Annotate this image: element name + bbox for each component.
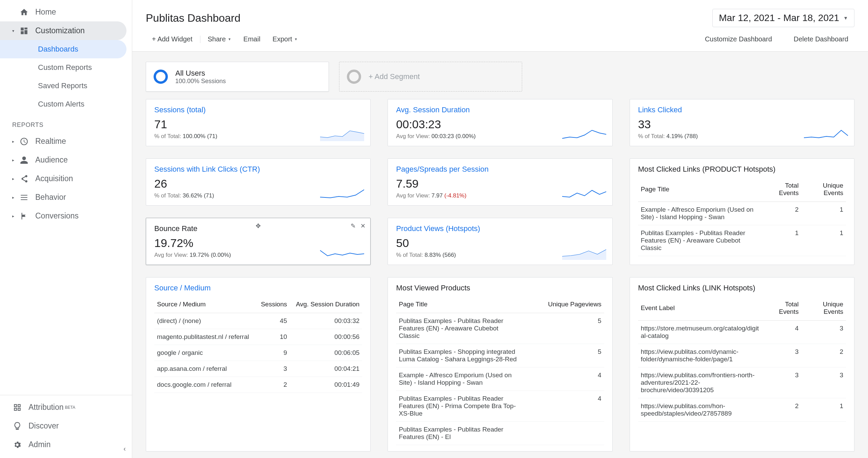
widget-title: Sessions (total) xyxy=(154,106,362,114)
widget-most-clicked-product-hotspots[interactable]: Most Clicked Links (PRODUCT Hotspots) Pa… xyxy=(630,158,854,265)
table-header: Page Title xyxy=(638,177,763,202)
lightbulb-icon xyxy=(12,422,22,431)
edit-widget-button[interactable]: ✎ xyxy=(351,222,356,230)
widget-title: Most Clicked Links (LINK Hotspots) xyxy=(638,284,846,292)
cell: https://view.publitas.com/hon-speedb/sta… xyxy=(638,398,763,422)
sidebar-item-home[interactable]: Home xyxy=(0,3,126,21)
segment-all-users[interactable]: All Users 100.00% Sessions xyxy=(146,62,329,92)
table-header: Unique Pageviews xyxy=(521,296,604,313)
sidebar-item-attribution[interactable]: Attribution BETA xyxy=(0,398,126,417)
chevron-left-icon: ‹ xyxy=(123,445,126,452)
gear-icon xyxy=(12,440,22,449)
sidebar-item-customization[interactable]: ▾ Customization xyxy=(0,21,126,40)
table-row[interactable]: https://view.publitas.com/hon-speedb/sta… xyxy=(638,398,846,422)
cell: 1 xyxy=(763,225,802,256)
table-header: Page Title xyxy=(396,296,521,313)
sidebar-item-label: Conversions xyxy=(35,211,79,221)
sidebar-item-label: Custom Reports xyxy=(38,63,92,72)
date-range-picker[interactable]: Mar 12, 2021 - Mar 18, 2021 ▼ xyxy=(712,9,854,27)
table-row[interactable]: Example - Alfresco Emporium (Used on Sit… xyxy=(638,202,846,225)
collapse-sidebar-button[interactable]: ‹ xyxy=(123,445,126,453)
sidebar: Home ▾ Customization Dashboards Custom R… xyxy=(0,0,132,458)
customize-dashboard-button[interactable]: Customize Dashboard xyxy=(699,33,778,45)
table-row[interactable]: Publitas Examples - Publitas Reader Feat… xyxy=(396,422,604,445)
sparkline-icon xyxy=(562,246,606,260)
widget-title: Source / Medium xyxy=(154,284,362,292)
widget-most-clicked-link-hotspots[interactable]: Most Clicked Links (LINK Hotspots) Event… xyxy=(630,277,854,452)
segment-subtitle: 100.00% Sessions xyxy=(175,78,226,85)
email-label: Email xyxy=(243,35,260,43)
widget-bounce-rate[interactable]: ✥ ✎ ✕ Bounce Rate 19.72% Avg for View: 1… xyxy=(146,218,371,265)
delete-dashboard-button[interactable]: Delete Dashboard xyxy=(788,33,854,45)
widget-sessions-total[interactable]: Sessions (total) 71 % of Total: 100.00% … xyxy=(146,99,371,146)
table-row[interactable]: Publitas Examples - Publitas Reader Feat… xyxy=(396,391,604,422)
cell: google / organic xyxy=(154,345,257,361)
table-row[interactable]: Publitas Examples - Publitas Reader Feat… xyxy=(396,313,604,344)
cell: Publitas Examples - Publitas Reader Feat… xyxy=(396,422,521,445)
sidebar-item-label: Dashboards xyxy=(38,45,78,54)
sidebar-item-label: Realtime xyxy=(35,137,66,146)
cell: 5 xyxy=(521,313,604,344)
table-row[interactable]: Publitas Examples - Publitas Reader Feat… xyxy=(638,225,846,256)
widget-pages-per-session[interactable]: Pages/Spreads per Session 7.59 Avg for V… xyxy=(388,158,612,206)
cell: 3 xyxy=(763,344,802,367)
sidebar-item-custom-alerts[interactable]: Custom Alerts xyxy=(0,95,126,113)
cell: 2 xyxy=(763,202,802,225)
sidebar-item-label: Behavior xyxy=(35,193,66,202)
sidebar-item-acquisition[interactable]: ▸ Acquisition xyxy=(0,169,126,188)
cell: magento.publitastest.nl / referral xyxy=(154,329,257,345)
clock-icon xyxy=(19,137,29,146)
table-header: Unique Events xyxy=(801,296,846,321)
table-row[interactable]: magento.publitastest.nl / referral1000:0… xyxy=(154,329,362,345)
sidebar-item-audience[interactable]: ▸ Audience xyxy=(0,151,126,169)
widget-sessions-ctr[interactable]: Sessions with Link Clicks (CTR) 26 % of … xyxy=(146,158,371,206)
sidebar-item-admin[interactable]: Admin xyxy=(0,435,126,454)
most-clicked-link-table: Event Label Total Events Unique Events h… xyxy=(638,296,846,422)
sidebar-item-discover[interactable]: Discover xyxy=(0,417,126,435)
sparkline-icon xyxy=(562,128,606,141)
widget-title: Pages/Spreads per Session xyxy=(396,165,604,174)
table-header: Avg. Session Duration xyxy=(290,296,362,313)
add-segment-button[interactable]: + Add Segment xyxy=(339,62,522,92)
table-row[interactable]: (direct) / (none)4500:03:32 xyxy=(154,313,362,329)
cell: Publitas Examples - Publitas Reader Feat… xyxy=(396,391,521,422)
sidebar-item-conversions[interactable]: ▸ Conversions xyxy=(0,207,126,225)
cell: Publitas Examples - Publitas Reader Feat… xyxy=(396,313,521,344)
sidebar-item-dashboards[interactable]: Dashboards xyxy=(0,40,126,58)
table-row[interactable]: https://view.publitas.com/dynamic-folder… xyxy=(638,344,846,367)
sidebar-item-custom-reports[interactable]: Custom Reports xyxy=(0,58,126,77)
email-button[interactable]: Email xyxy=(237,33,267,45)
segment-circle-icon xyxy=(154,70,168,84)
table-row[interactable]: docs.google.com / referral200:01:49 xyxy=(154,377,362,393)
widget-most-viewed-products[interactable]: Most Viewed Products Page Title Unique P… xyxy=(388,277,612,452)
table-row[interactable]: Publitas Examples - Shopping integrated … xyxy=(396,344,604,367)
cell: (direct) / (none) xyxy=(154,313,257,329)
widget-product-views[interactable]: Product Views (Hotspots) 50 % of Total: … xyxy=(388,218,612,265)
table-row[interactable]: Example - Alfresco Emporium (Used on Sit… xyxy=(396,367,604,391)
table-row[interactable]: google / organic900:06:05 xyxy=(154,345,362,361)
most-viewed-products-table: Page Title Unique Pageviews Publitas Exa… xyxy=(396,296,604,445)
cell: 3 xyxy=(801,321,846,344)
table-header: Total Events xyxy=(763,177,802,202)
sidebar-item-realtime[interactable]: ▸ Realtime xyxy=(0,132,126,151)
sparkline-icon xyxy=(320,246,364,260)
move-handle-icon[interactable]: ✥ xyxy=(256,222,261,230)
person-icon xyxy=(19,156,29,165)
cell: 3 xyxy=(801,367,846,398)
export-button[interactable]: Export▼ xyxy=(267,33,304,45)
cell: 5 xyxy=(521,344,604,367)
table-row[interactable]: app.asana.com / referral300:04:21 xyxy=(154,361,362,377)
table-row[interactable]: https://view.publitas.com/frontiers-nort… xyxy=(638,367,846,398)
sidebar-item-saved-reports[interactable]: Saved Reports xyxy=(0,77,126,95)
share-button[interactable]: Share▼ xyxy=(202,33,237,45)
close-widget-button[interactable]: ✕ xyxy=(360,222,366,230)
sidebar-item-behavior[interactable]: ▸ Behavior xyxy=(0,188,126,207)
add-widget-button[interactable]: + Add Widget xyxy=(146,33,199,45)
attribution-icon xyxy=(12,403,22,412)
widget-avg-session-duration[interactable]: Avg. Session Duration 00:03:23 Avg for V… xyxy=(388,99,612,146)
caret-right-icon: ▸ xyxy=(12,195,18,200)
widget-links-clicked[interactable]: Links Clicked 33 % of Total: 4.19% (788) xyxy=(630,99,854,146)
table-row[interactable]: https://store.metmuseum.org/catalog/digi… xyxy=(638,321,846,344)
widget-source-medium[interactable]: Source / Medium Source / Medium Sessions… xyxy=(146,277,371,452)
main-content: Publitas Dashboard Mar 12, 2021 - Mar 18… xyxy=(132,0,868,458)
